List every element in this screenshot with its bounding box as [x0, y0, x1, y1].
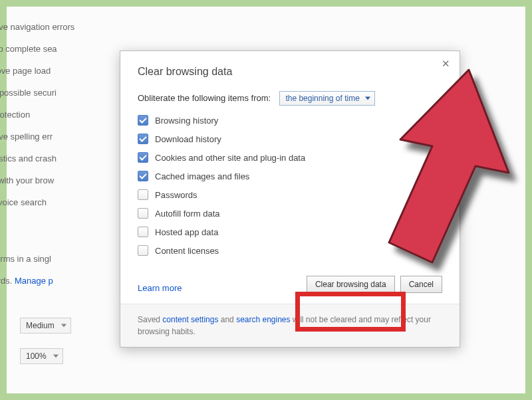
chevron-down-icon — [61, 324, 66, 328]
checkbox[interactable] — [138, 152, 148, 163]
checkbox-row: Content licenses — [138, 245, 442, 256]
checkbox-row: Download history — [138, 134, 442, 144]
checkbox[interactable] — [138, 245, 148, 256]
dialog-button-bar: Clear browsing data Cancel — [307, 276, 442, 293]
checkbox[interactable] — [138, 189, 148, 200]
checkbox-label: Autofill form data — [155, 209, 220, 219]
clear-browsing-data-dialog: ✕ Clear browsing data Obliterate the fol… — [120, 50, 460, 348]
checkbox-row: Browsing history — [138, 115, 442, 126]
search-engines-link[interactable]: search engines — [236, 315, 290, 324]
checkbox-label: Passwords — [155, 190, 198, 200]
bg-line: ce to help resolve navigation errors — [0, 16, 339, 38]
chevron-down-icon — [365, 97, 370, 100]
font-size-select[interactable]: Medium — [20, 318, 71, 334]
checkbox[interactable] — [138, 171, 148, 181]
checkbox-label: Content licenses — [155, 246, 219, 256]
checkbox-label: Download history — [155, 134, 221, 144]
cancel-button[interactable]: Cancel — [400, 276, 442, 293]
obliterate-label: Obliterate the following items from: — [138, 93, 271, 103]
chevron-down-icon — [53, 355, 59, 358]
checkbox-row: Autofill form data — [138, 208, 442, 219]
checkbox[interactable] — [138, 115, 148, 126]
checkbox-label: Hosted app data — [155, 227, 218, 237]
page-zoom-select[interactable]: 100% — [20, 348, 63, 364]
dialog-title: Clear browsing data — [138, 66, 442, 78]
checkbox-label: Cached images and files — [155, 171, 249, 181]
checkbox[interactable] — [138, 134, 148, 144]
checkbox-row: Passwords — [138, 189, 442, 200]
footer-text: and — [218, 315, 236, 324]
clear-browsing-data-button[interactable]: Clear browsing data — [307, 276, 395, 293]
time-range-row: Obliterate the following items from: the… — [138, 91, 442, 106]
content-settings-link[interactable]: content settings — [162, 315, 218, 324]
time-range-select[interactable]: the beginning of time — [279, 91, 374, 106]
checkbox[interactable] — [138, 227, 148, 237]
footer-text: Saved — [138, 315, 162, 324]
time-range-value: the beginning of time — [285, 94, 359, 103]
learn-more-link[interactable]: Learn more — [138, 283, 182, 293]
checkbox-row: Cookies and other site and plug-in data — [138, 152, 442, 163]
checkbox-label: Browsing history — [155, 116, 218, 126]
checkbox-label: Cookies and other site and plug-in data — [155, 153, 305, 163]
checkbox-row: Cached images and files — [138, 171, 442, 181]
dialog-footer: Saved content settings and search engine… — [120, 304, 460, 347]
checkbox[interactable] — [138, 208, 148, 219]
bg-passwords-text: ur web passwords. — [0, 276, 15, 286]
bg-manage-passwords-link[interactable]: Manage p — [15, 276, 53, 286]
checkbox-row: Hosted app data — [138, 227, 442, 237]
close-icon[interactable]: ✕ — [440, 58, 452, 70]
